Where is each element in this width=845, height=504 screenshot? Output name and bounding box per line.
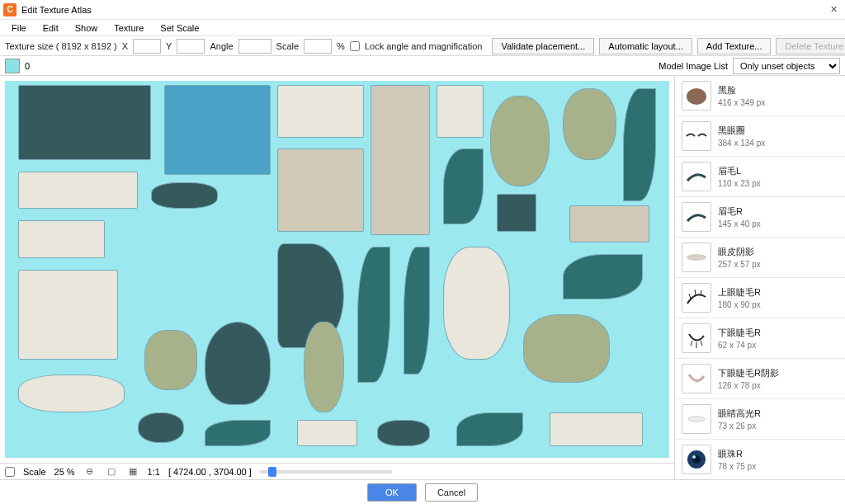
scale-lock-checkbox[interactable] — [5, 467, 15, 477]
menu-file[interactable]: File — [5, 21, 33, 35]
status-bar: Scale 25 % ⊖ ▢ ▦ 1:1 [ 4724.00 , 3704.00… — [0, 463, 674, 479]
menu-edit[interactable]: Edit — [36, 21, 65, 35]
delete-texture-button: Delete Texture — [776, 38, 845, 54]
svg-point-2 — [688, 417, 705, 422]
x-label: X — [122, 41, 128, 51]
list-item-name: 下眼睫毛R阴影 — [718, 367, 779, 379]
menu-bar: File Edit Show Texture Set Scale — [0, 20, 845, 36]
menu-set-scale[interactable]: Set Scale — [153, 21, 205, 35]
zoom-slider[interactable] — [260, 470, 392, 473]
app-icon: C — [3, 3, 17, 16]
list-item-size: 110 x 23 px — [718, 179, 761, 188]
validate-button[interactable]: Validate placement... — [492, 38, 594, 54]
list-item-size: 180 x 90 px — [718, 300, 761, 309]
list-item-name: 眉毛R — [718, 205, 761, 218]
zoom-out-icon[interactable]: ⊖ — [83, 465, 97, 478]
window-title: Edit Texture Atlas — [21, 5, 92, 15]
list-item-size: 416 x 349 px — [718, 98, 765, 107]
list-item-size: 62 x 74 px — [718, 341, 761, 350]
list-item-size: 257 x 57 px — [718, 260, 761, 269]
dialog-footer: OK Cancel — [0, 479, 845, 504]
list-item[interactable]: 眼珠R78 x 75 px — [675, 440, 845, 479]
list-item-thumb — [682, 445, 711, 474]
list-item[interactable]: 上眼睫毛R180 x 90 px — [675, 278, 845, 318]
list-item-thumb — [682, 323, 711, 353]
scale-input[interactable] — [304, 39, 332, 54]
list-item[interactable]: 黑眼圈384 x 134 px — [675, 116, 845, 157]
menu-texture[interactable]: Texture — [107, 21, 150, 35]
list-item[interactable]: 黑脸416 x 349 px — [675, 76, 845, 116]
list-item-thumb — [682, 283, 711, 313]
filter-select[interactable]: Only unset objects — [733, 58, 840, 74]
list-item-size: 384 x 134 px — [718, 139, 765, 148]
main-area: Scale 25 % ⊖ ▢ ▦ 1:1 [ 4724.00 , 3704.00… — [0, 76, 845, 479]
svg-point-1 — [687, 254, 706, 261]
coords-label: [ 4724.00 , 3704.00 ] — [168, 467, 252, 477]
scale-status-value: 25 % — [54, 467, 75, 477]
list-item[interactable]: 眉毛L110 x 23 px — [675, 157, 845, 197]
list-item-name: 眼皮阴影 — [718, 246, 761, 258]
list-item-thumb — [682, 202, 711, 232]
svg-point-5 — [692, 455, 696, 459]
svg-point-0 — [687, 88, 706, 105]
list-item-name: 眼睛高光R — [718, 407, 761, 420]
lock-checkbox[interactable] — [350, 41, 360, 51]
menu-show[interactable]: Show — [68, 21, 105, 35]
list-item[interactable]: 下眼睫毛R阴影126 x 78 px — [675, 359, 845, 399]
image-list[interactable]: 黑脸416 x 349 px黑眼圈384 x 134 px眉毛L110 x 23… — [675, 76, 845, 479]
list-item-thumb — [682, 162, 711, 191]
list-item[interactable]: 眉毛R145 x 40 px — [675, 197, 845, 238]
zoom-fit-icon[interactable]: ▢ — [105, 465, 118, 478]
list-item[interactable]: 下眼睫毛R62 x 74 px — [675, 318, 845, 359]
list-item-thumb — [682, 364, 711, 393]
title-bar: C Edit Texture Atlas ✕ — [0, 0, 845, 20]
toolbar-secondary: 0 Model Image List Only unset objects — [0, 56, 845, 76]
scale-status-label: Scale — [23, 467, 46, 477]
toolbar: Texture size ( 8192 x 8192 ) X Y Angle S… — [0, 36, 845, 56]
lock-label: Lock angle and magnification — [365, 41, 482, 51]
grid-icon[interactable]: ▦ — [126, 465, 139, 478]
list-item-thumb — [682, 243, 711, 272]
close-icon[interactable]: ✕ — [825, 2, 842, 18]
auto-layout-button[interactable]: Automatic layout... — [599, 38, 692, 54]
list-item-size: 145 x 40 px — [718, 219, 761, 228]
list-item[interactable]: 眼皮阴影257 x 57 px — [675, 238, 845, 278]
cancel-button[interactable]: Cancel — [425, 483, 478, 502]
list-item-name: 上眼睫毛R — [718, 286, 761, 299]
scale-label: Scale — [276, 41, 300, 51]
add-texture-button[interactable]: Add Texture... — [697, 38, 772, 54]
list-item-size: 73 x 26 px — [718, 422, 761, 431]
right-panel: 黑脸416 x 349 px黑眼圈384 x 134 px眉毛L110 x 23… — [675, 76, 845, 479]
atlas-thumb[interactable] — [5, 59, 20, 73]
y-input[interactable] — [177, 39, 205, 54]
list-item-name: 黑脸 — [718, 84, 765, 97]
texture-size-label: Texture size ( 8192 x 8192 ) — [5, 41, 117, 51]
atlas-index: 0 — [25, 61, 30, 71]
list-item-size: 126 x 78 px — [718, 381, 779, 390]
list-item[interactable]: 眼睛高光R73 x 26 px — [675, 399, 845, 440]
angle-input[interactable] — [238, 39, 271, 54]
texture-atlas[interactable] — [5, 81, 669, 458]
y-label: Y — [166, 41, 172, 51]
list-item-size: 78 x 75 px — [718, 462, 756, 471]
list-item-name: 黑眼圈 — [718, 125, 765, 137]
angle-label: Angle — [210, 41, 233, 51]
percent-label: % — [337, 41, 345, 51]
list-item-name: 眉毛L — [718, 165, 761, 177]
model-image-list-label: Model Image List — [659, 61, 728, 71]
canvas-wrap: Scale 25 % ⊖ ▢ ▦ 1:1 [ 4724.00 , 3704.00… — [0, 76, 675, 479]
list-item-thumb — [682, 404, 711, 434]
ratio-label: 1:1 — [148, 467, 160, 477]
ok-button[interactable]: OK — [367, 483, 417, 502]
list-item-name: 下眼睫毛R — [718, 327, 761, 339]
list-item-name: 眼珠R — [718, 448, 756, 460]
list-item-thumb — [682, 121, 711, 151]
x-input[interactable] — [133, 39, 161, 54]
list-item-thumb — [682, 81, 711, 111]
canvas[interactable] — [0, 76, 674, 463]
